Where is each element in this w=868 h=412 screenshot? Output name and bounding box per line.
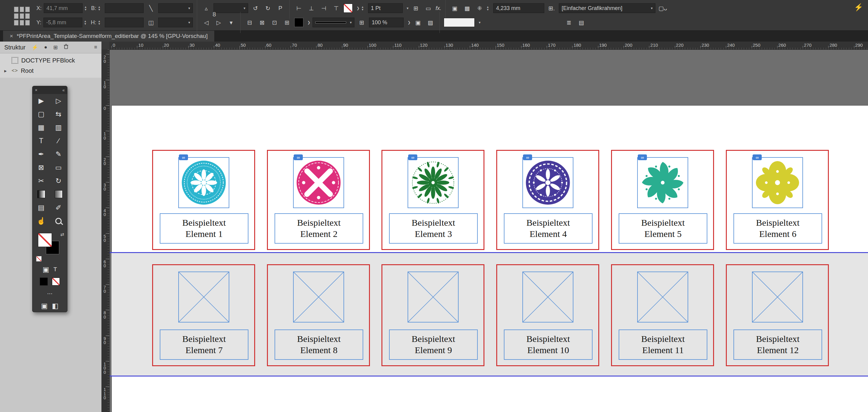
flip-horizontal-icon[interactable]: ◁ — [201, 18, 211, 27]
placeholder-frame[interactable] — [178, 272, 229, 322]
rectangle-frame-tool-icon[interactable]: ⊠ — [32, 161, 50, 174]
note-tool-icon[interactable]: ▤ — [32, 201, 50, 214]
width-stepper[interactable]: ▴▾ — [98, 5, 103, 11]
distribute-right-icon[interactable]: ⊡ — [269, 18, 280, 27]
ruler-corner[interactable] — [101, 41, 110, 50]
tree-item-doctype[interactable]: DOCTYPE PFBlock — [0, 55, 101, 66]
apply-none-button[interactable] — [52, 278, 60, 285]
formatting-container-button[interactable]: ▣ — [42, 266, 49, 274]
element-card[interactable]: Beispieltext Element 11 — [611, 264, 714, 366]
element-card[interactable]: ∞ — [611, 150, 714, 250]
frame-options-icon[interactable]: ▭ — [423, 3, 433, 13]
gradient-feather-tool-icon[interactable] — [50, 187, 67, 201]
fit-frame-icon[interactable]: ▨ — [425, 18, 436, 27]
stroke-weight-stepper[interactable]: ▴▾ — [362, 5, 366, 11]
stroke-weight-dropdown-icon[interactable]: ▾ — [407, 6, 408, 10]
vertical-ruler[interactable]: 2 01 001 02 03 04 05 06 07 08 09 01 0 01… — [101, 49, 110, 412]
hand-tool-icon[interactable]: ☝ — [32, 214, 50, 228]
placeholder-frame[interactable] — [752, 272, 803, 322]
image-frame[interactable]: ∞ — [637, 157, 688, 208]
align-center-icon[interactable]: ⊥ — [306, 3, 316, 13]
diagonal-pointer-icon[interactable]: ╲ — [146, 3, 156, 13]
direct-selection-tool-icon[interactable]: ▷ — [50, 94, 67, 107]
swap-fill-stroke-icon[interactable]: ⇄ — [60, 232, 64, 237]
element-card[interactable]: Beispieltext Element 12 — [726, 264, 829, 366]
y-stepper[interactable]: ▴▾ — [85, 20, 89, 25]
placeholder-frame[interactable] — [637, 272, 688, 322]
element-card[interactable]: ∞ — [726, 150, 829, 250]
line-tool-icon[interactable]: ∕ — [50, 134, 67, 147]
swatch-dropdown-icon[interactable]: ▾ — [478, 20, 480, 25]
delete-element-icon[interactable] — [64, 44, 68, 51]
panel-menu-icon[interactable]: ≡ — [94, 44, 97, 50]
preview-mode-button[interactable]: ◧ — [52, 302, 59, 310]
text-wrap-on-icon[interactable]: ▩ — [462, 3, 472, 13]
validate-structure-icon[interactable]: ⚡ — [32, 44, 38, 51]
palette-close-icon[interactable]: × — [35, 88, 37, 93]
height-field[interactable] — [105, 18, 144, 27]
content-collector-tool-icon[interactable]: ▦ — [32, 121, 50, 134]
text-frame[interactable]: Beispieltext Element 7 — [160, 330, 248, 360]
new-element-icon[interactable]: ⊞ — [54, 44, 58, 51]
distribute-left-icon[interactable]: ⊟ — [245, 18, 255, 27]
element-card[interactable]: ∞ — [152, 150, 255, 250]
apply-color-button[interactable] — [40, 278, 48, 285]
element-card[interactable]: ∞ Beispieltext Element 2 — [267, 150, 370, 250]
fill-proxy-swatch-none[interactable] — [38, 233, 52, 247]
formatting-text-button[interactable]: T — [54, 266, 57, 273]
swatch-expand-icon[interactable]: ❯ — [356, 6, 360, 10]
image-frame[interactable]: ∞ — [752, 157, 803, 208]
object-style-dropdown[interactable]: [Einfacher Grafikrahmen] ▾ — [559, 3, 655, 13]
quick-apply-icon[interactable]: ⚡ — [854, 3, 863, 11]
stroke-style-dropdown[interactable]: ▾ — [312, 18, 354, 27]
free-transform-tool-icon[interactable]: ↻ — [50, 174, 67, 187]
zoom-tool-icon[interactable] — [50, 214, 67, 228]
image-frame[interactable]: ∞ — [408, 157, 459, 208]
gradient-tool-icon[interactable] — [32, 187, 50, 201]
x-position-field[interactable]: 41,7 mm — [44, 3, 83, 13]
effects-button[interactable]: fx. — [436, 5, 441, 11]
page-tool-icon[interactable]: ▢ — [32, 107, 50, 121]
element-card[interactable]: ∞ — [496, 150, 599, 250]
image-frame[interactable]: ∞ — [522, 157, 574, 208]
rectangle-tool-icon[interactable]: ▭ — [50, 161, 67, 174]
shear-field[interactable]: ▾ — [158, 18, 193, 27]
element-card[interactable]: Beispieltext Element 8 — [267, 264, 370, 366]
align-right-icon[interactable]: ⊣ — [318, 3, 329, 13]
paragraph-style-icon[interactable]: ≣ — [564, 18, 574, 27]
text-frame[interactable]: Beispieltext Element 1 — [160, 213, 248, 244]
tree-item-root[interactable]: ▸ <> Root — [0, 66, 101, 76]
type-tool-icon[interactable]: T — [32, 134, 50, 147]
scissors-tool-icon[interactable]: ✂ — [32, 174, 50, 187]
stroke-swatch-expand-icon[interactable]: ❯ — [307, 20, 310, 25]
character-style-icon[interactable]: ▤ — [576, 18, 586, 27]
palette-collapse-icon[interactable]: « — [62, 88, 65, 93]
eyedropper-tool-icon[interactable]: ✐ — [50, 201, 67, 214]
placeholder-frame[interactable] — [293, 272, 344, 322]
text-frame[interactable]: Beispieltext Element 5 — [619, 213, 707, 244]
text-frame[interactable]: Beispieltext Element 9 — [389, 330, 478, 360]
text-frame[interactable]: Beispieltext Element 12 — [734, 330, 822, 360]
text-wrap-off-icon[interactable]: ▣ — [450, 3, 460, 13]
content-placer-tool-icon[interactable]: ▥ — [50, 121, 67, 134]
text-frame[interactable]: Beispieltext Element 8 — [275, 330, 363, 360]
text-frame[interactable]: Beispieltext Element 3 — [389, 213, 478, 244]
align-left-icon[interactable]: ⊢ — [294, 3, 304, 13]
rotation-angle-field[interactable]: ▾ — [214, 3, 248, 13]
default-fill-stroke-icon[interactable] — [36, 256, 41, 262]
fill-none-swatch[interactable] — [343, 4, 352, 13]
scale-expand-icon[interactable]: ❯ — [408, 20, 411, 25]
fit-content-icon[interactable]: ▣ — [413, 18, 423, 27]
text-frame[interactable]: Beispieltext Element 11 — [619, 330, 707, 360]
tab-close-icon[interactable]: × — [10, 33, 13, 39]
rotate-ccw-icon[interactable]: ↺ — [250, 3, 260, 13]
scale-percentage-field[interactable]: 100 % — [369, 18, 404, 27]
text-frame[interactable]: Beispieltext Element 10 — [504, 330, 592, 360]
placeholder-frame[interactable] — [408, 272, 459, 322]
element-card[interactable]: Beispieltext Element 7 — [152, 264, 255, 366]
placeholder-frame[interactable] — [522, 272, 574, 322]
height-stepper[interactable]: ▴▾ — [98, 20, 103, 25]
distribute-center-icon[interactable]: ⊠ — [257, 18, 267, 27]
y-position-field[interactable]: -5,8 mm — [43, 18, 82, 27]
element-card[interactable]: Beispieltext Element 10 — [496, 264, 599, 366]
